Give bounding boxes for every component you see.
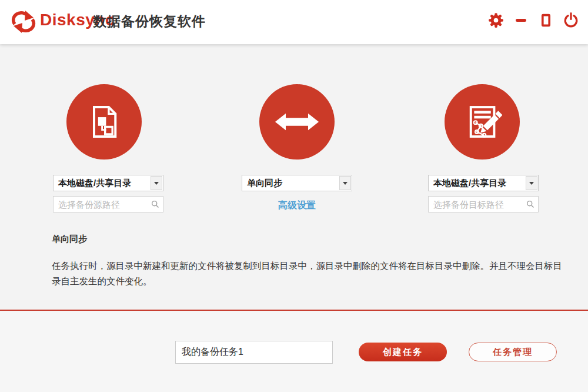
source-dropdown-arrow-button[interactable] <box>151 176 162 190</box>
create-task-button[interactable]: 创建任务 <box>359 343 447 361</box>
target-dropdown-arrow-button[interactable] <box>526 176 537 190</box>
source-type-value: 本地磁盘/共享目录 <box>58 178 131 189</box>
titlebar: Disksync 数据备份恢复软件 <box>0 0 588 44</box>
task-name-input[interactable] <box>175 341 333 364</box>
chevron-down-icon <box>343 182 348 185</box>
target-circle <box>445 84 520 160</box>
minimize-button[interactable] <box>512 11 530 29</box>
mode-description-body: 任务执行时，源目录中新建和更新的文件将被复制到目标目录中，源目录中删除的文件将在… <box>52 258 564 289</box>
target-type-dropdown[interactable]: 本地磁盘/共享目录 <box>428 175 539 191</box>
close-button[interactable] <box>562 11 580 29</box>
target-type-value: 本地磁盘/共享目录 <box>433 178 506 189</box>
mode-description-heading: 单向同步 <box>52 234 87 245</box>
disksync-window: Disksync 数据备份恢复软件 <box>0 0 588 392</box>
gear-icon <box>488 12 504 28</box>
sync-mode-dropdown[interactable]: 单向同步 <box>242 175 352 191</box>
red-divider <box>0 310 588 311</box>
chevron-down-icon <box>154 182 159 185</box>
source-circle <box>66 84 142 160</box>
double-arrow-icon <box>275 110 319 134</box>
task-manage-button[interactable]: 任务管理 <box>469 343 557 361</box>
maximize-icon <box>539 13 553 28</box>
source-path-field-wrap <box>53 196 163 212</box>
advanced-settings-link[interactable]: 高级设置 <box>242 200 352 212</box>
mode-dropdown-arrow-button[interactable] <box>339 176 351 190</box>
sync-arrows-logo-icon <box>11 10 36 34</box>
power-icon <box>563 12 579 28</box>
file-diagram-icon <box>84 102 124 142</box>
app-title: 数据备份恢复软件 <box>93 12 206 31</box>
maximize-button[interactable] <box>537 11 554 29</box>
document-edit-icon <box>462 102 502 142</box>
target-path-input[interactable] <box>428 196 539 212</box>
chevron-down-icon <box>529 182 534 185</box>
minimize-icon <box>514 13 528 27</box>
settings-button[interactable] <box>487 11 505 29</box>
source-type-dropdown[interactable]: 本地磁盘/共享目录 <box>53 175 163 191</box>
target-path-field-wrap <box>428 196 539 212</box>
source-path-input[interactable] <box>53 196 163 212</box>
mode-circle <box>259 84 335 160</box>
sync-mode-value: 单向同步 <box>247 178 282 189</box>
